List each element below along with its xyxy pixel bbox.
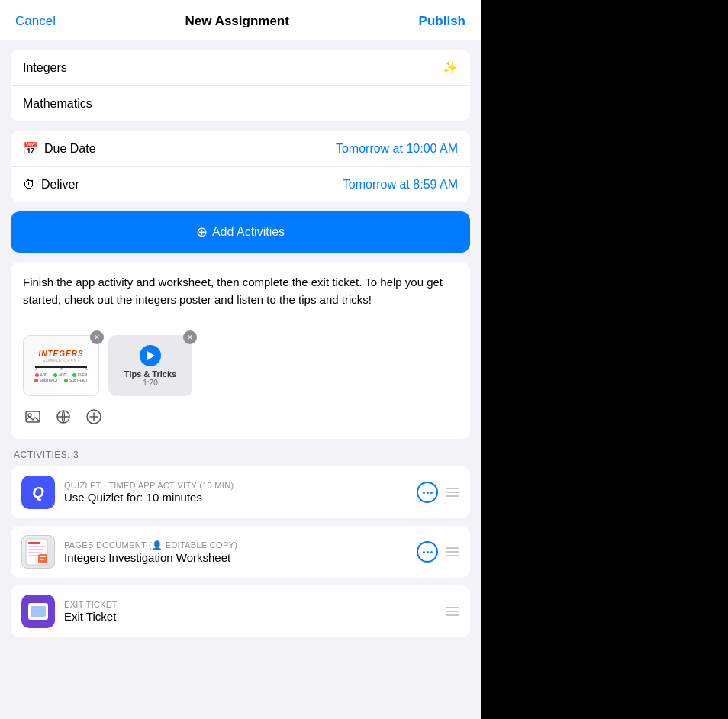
svg-rect-0 [26, 411, 40, 422]
svg-rect-8 [28, 546, 45, 547]
play-triangle [147, 351, 155, 360]
sparkle-icon: ✨ [443, 60, 458, 75]
svg-rect-14 [40, 559, 44, 560]
svg-rect-7 [28, 542, 40, 544]
activity-quizlet: Q QUIZLET · TIMED APP ACTIVITY (10 MIN) … [11, 466, 470, 518]
notes-text: Finish the app activity and worksheet, t… [23, 274, 458, 308]
activities-section: ACTIVITIES: 3 Q QUIZLET · TIMED APP ACTI… [11, 450, 470, 645]
exit-ticket-info: EXIT TICKET Exit Ticket [64, 600, 436, 623]
svg-rect-9 [28, 549, 43, 550]
plus-icon: ⊕ [196, 224, 208, 240]
exit-icon-inner [28, 603, 48, 620]
add-activities-label: Add Activities [212, 225, 285, 239]
pages-drag-handle[interactable] [446, 547, 459, 556]
pages-options-button[interactable] [417, 541, 438, 563]
add-activities-button[interactable]: ⊕ Add Activities [11, 211, 470, 253]
due-date-label: 📅 Due Date [23, 141, 96, 156]
svg-rect-11 [28, 555, 39, 556]
exit-ticket-icon [21, 595, 55, 628]
exit-ticket-type: EXIT TICKET [64, 600, 436, 609]
notes-toolbar [23, 407, 458, 427]
remove-integers-button[interactable]: × [90, 330, 104, 344]
pages-actions [417, 541, 459, 563]
play-button-icon [140, 345, 161, 366]
clock-icon: ⏱ [23, 178, 35, 192]
quizlet-actions [417, 482, 459, 503]
pages-name: Integers Investigation Worksheet [64, 551, 407, 564]
quizlet-drag-handle[interactable] [446, 488, 459, 497]
integers-subtitle: EXAMPLE: -3 + 4 = ? [43, 358, 79, 363]
attachments-row: INTEGERS EXAMPLE: -3 + 4 = ? -505 ADD [23, 335, 458, 396]
pages-info: PAGES DOCUMENT (👤 EDITABLE COPY) Integer… [64, 540, 407, 564]
cancel-button[interactable]: Cancel [15, 14, 56, 29]
calendar-icon: 📅 [23, 141, 38, 156]
notes-card: Finish the app activity and worksheet, t… [11, 262, 470, 439]
exit-screen [31, 606, 46, 617]
exit-ticket-actions [446, 607, 459, 616]
add-toolbar-icon[interactable] [84, 407, 104, 427]
video-duration: 1:20 [143, 379, 157, 387]
activity-exit-ticket: EXIT TICKET Exit Ticket [11, 585, 470, 637]
title-subject-card: ✨ Mathematics [11, 50, 470, 121]
subject-label: Mathematics [23, 97, 92, 111]
quizlet-icon: Q [21, 476, 55, 509]
integers-thumb: INTEGERS EXAMPLE: -3 + 4 = ? -505 ADD [23, 335, 99, 396]
integers-attachment[interactable]: INTEGERS EXAMPLE: -3 + 4 = ? -505 ADD [23, 335, 99, 396]
title-input[interactable] [23, 61, 436, 75]
exit-ticket-drag-handle[interactable] [446, 607, 459, 616]
publish-button[interactable]: Publish [419, 14, 465, 29]
quizlet-name: Use Quizlet for: 10 minutes [64, 491, 407, 504]
quizlet-options-button[interactable] [417, 482, 438, 503]
pages-type: PAGES DOCUMENT (👤 EDITABLE COPY) [64, 540, 407, 550]
deliver-row[interactable]: ⏱ Deliver Tomorrow at 8:59 AM [11, 166, 470, 202]
pages-icon [21, 535, 55, 569]
title-field[interactable]: ✨ [11, 50, 470, 86]
subject-field: Mathematics [11, 86, 470, 121]
quizlet-type: QUIZLET · TIMED APP ACTIVITY (10 MIN) [64, 481, 407, 490]
deliver-label: ⏱ Deliver [23, 178, 79, 192]
activities-label: ACTIVITIES: 3 [11, 450, 470, 460]
deliver-value[interactable]: Tomorrow at 8:59 AM [343, 178, 458, 192]
quizlet-info: QUIZLET · TIMED APP ACTIVITY (10 MIN) Us… [64, 481, 407, 504]
svg-rect-13 [40, 556, 46, 557]
integers-number-line: -505 [35, 366, 88, 368]
due-date-row[interactable]: 📅 Due Date Tomorrow at 10:00 AM [11, 131, 470, 166]
exit-ticket-name: Exit Ticket [64, 610, 436, 623]
deliver-text: Deliver [41, 178, 79, 192]
link-toolbar-icon[interactable] [53, 407, 73, 427]
video-title: Tips & Tricks [124, 369, 176, 379]
video-thumb: Tips & Tricks 1:20 [108, 335, 192, 396]
due-date-value[interactable]: Tomorrow at 10:00 AM [336, 142, 458, 156]
image-toolbar-icon[interactable] [23, 407, 43, 427]
dates-card: 📅 Due Date Tomorrow at 10:00 AM ⏱ Delive… [11, 131, 470, 202]
integers-poster-title: INTEGERS [38, 350, 83, 358]
due-date-text: Due Date [44, 142, 96, 156]
video-attachment[interactable]: Tips & Tricks 1:20 × [108, 335, 192, 396]
svg-rect-10 [28, 552, 42, 553]
modal-title: New Assignment [185, 14, 289, 29]
remove-video-button[interactable]: × [183, 330, 197, 344]
activity-pages: PAGES DOCUMENT (👤 EDITABLE COPY) Integer… [11, 526, 470, 578]
divider [23, 324, 458, 324]
modal-header: Cancel New Assignment Publish [0, 0, 481, 40]
